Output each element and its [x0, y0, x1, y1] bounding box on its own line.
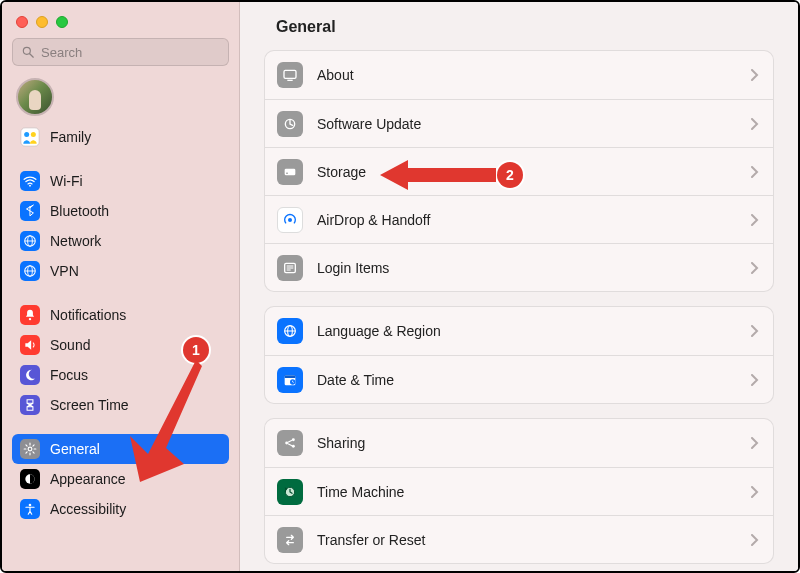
sidebar-item-label: Family	[50, 129, 91, 145]
bluetooth-icon	[20, 201, 40, 221]
sidebar-item-notifications[interactable]: Notifications	[12, 300, 229, 330]
sidebar-item-vpn[interactable]: VPN	[12, 256, 229, 286]
row-label: Sharing	[317, 435, 737, 451]
sidebar-item-label: Accessibility	[50, 501, 126, 517]
svg-point-4	[31, 132, 36, 137]
family-icon	[20, 127, 40, 147]
login-items-icon	[277, 255, 303, 281]
sidebar-item-general[interactable]: General	[12, 434, 229, 464]
svg-point-3	[24, 132, 29, 137]
row-label: Time Machine	[317, 484, 737, 500]
vpn-icon	[20, 261, 40, 281]
sidebar-item-appearance[interactable]: Appearance	[12, 464, 229, 494]
search-field[interactable]	[12, 38, 229, 66]
sidebar-item-family[interactable]: Family	[12, 122, 229, 152]
search-icon	[21, 45, 35, 59]
sidebar-item-focus[interactable]: Focus	[12, 360, 229, 390]
svg-point-0	[23, 47, 30, 54]
row-label: Transfer or Reset	[317, 532, 737, 548]
focus-icon	[20, 365, 40, 385]
sidebar-item-bluetooth[interactable]: Bluetooth	[12, 196, 229, 226]
chevron-right-icon	[751, 262, 759, 274]
sound-icon	[20, 335, 40, 355]
window-controls	[12, 12, 229, 38]
svg-point-13	[28, 447, 32, 451]
row-time-machine[interactable]: Time Machine	[265, 467, 773, 515]
chevron-right-icon	[751, 486, 759, 498]
gear-icon	[20, 439, 40, 459]
settings-group-2: Sharing Time Machine Transfer or Reset	[264, 418, 774, 564]
svg-rect-16	[284, 70, 296, 78]
chevron-right-icon	[751, 214, 759, 226]
accessibility-icon	[20, 499, 40, 519]
sidebar-item-sound[interactable]: Sound	[12, 330, 229, 360]
sidebar-item-label: Sound	[50, 337, 90, 353]
minimize-window-button[interactable]	[36, 16, 48, 28]
sidebar-item-label: Bluetooth	[50, 203, 109, 219]
chevron-right-icon	[751, 69, 759, 81]
software-update-icon	[277, 111, 303, 137]
sidebar-item-label: VPN	[50, 263, 79, 279]
sidebar-item-network[interactable]: Network	[12, 226, 229, 256]
chevron-right-icon	[751, 534, 759, 546]
sidebar: Family Wi-Fi Bluetooth Network V	[2, 2, 240, 571]
svg-point-33	[292, 438, 295, 441]
settings-group-1: Language & Region Date & Time	[264, 306, 774, 404]
transfer-reset-icon	[277, 527, 303, 553]
row-label: Storage	[317, 164, 737, 180]
row-label: Date & Time	[317, 372, 737, 388]
row-about[interactable]: About	[265, 51, 773, 99]
svg-rect-17	[287, 80, 292, 81]
main-panel: General About Software Update	[240, 2, 798, 571]
close-window-button[interactable]	[16, 16, 28, 28]
page-title: General	[276, 18, 774, 36]
screen-time-icon	[20, 395, 40, 415]
row-label: AirDrop & Handoff	[317, 212, 737, 228]
search-input[interactable]	[41, 45, 220, 60]
chevron-right-icon	[751, 118, 759, 130]
svg-rect-20	[286, 172, 288, 173]
airdrop-icon	[277, 207, 303, 233]
row-label: Software Update	[317, 116, 737, 132]
svg-point-5	[29, 185, 31, 187]
row-transfer-reset[interactable]: Transfer or Reset	[265, 515, 773, 563]
sidebar-item-label: Network	[50, 233, 101, 249]
about-icon	[277, 62, 303, 88]
svg-point-21	[288, 218, 292, 222]
sidebar-item-label: Screen Time	[50, 397, 129, 413]
row-sharing[interactable]: Sharing	[265, 419, 773, 467]
svg-line-1	[30, 54, 34, 58]
sidebar-item-accessibility[interactable]: Accessibility	[12, 494, 229, 524]
svg-point-15	[29, 504, 32, 507]
appearance-icon	[20, 469, 40, 489]
row-software-update[interactable]: Software Update	[265, 99, 773, 147]
time-machine-icon	[277, 479, 303, 505]
sidebar-item-label: General	[50, 441, 100, 457]
chevron-right-icon	[751, 437, 759, 449]
notifications-icon	[20, 305, 40, 325]
fullscreen-window-button[interactable]	[56, 16, 68, 28]
svg-point-12	[29, 318, 31, 320]
svg-rect-19	[285, 168, 296, 175]
row-label: Language & Region	[317, 323, 737, 339]
sidebar-item-label: Notifications	[50, 307, 126, 323]
network-icon	[20, 231, 40, 251]
svg-point-34	[292, 445, 295, 448]
row-airdrop-handoff[interactable]: AirDrop & Handoff	[265, 195, 773, 243]
sidebar-item-wifi[interactable]: Wi-Fi	[12, 166, 229, 196]
row-label: About	[317, 67, 737, 83]
storage-icon	[277, 159, 303, 185]
chevron-right-icon	[751, 166, 759, 178]
language-region-icon	[277, 318, 303, 344]
svg-point-32	[285, 442, 288, 445]
row-storage[interactable]: Storage	[265, 147, 773, 195]
sidebar-item-label: Wi-Fi	[50, 173, 83, 189]
chevron-right-icon	[751, 374, 759, 386]
user-avatar[interactable]	[16, 78, 54, 116]
sidebar-item-screen-time[interactable]: Screen Time	[12, 390, 229, 420]
row-language-region[interactable]: Language & Region	[265, 307, 773, 355]
row-login-items[interactable]: Login Items	[265, 243, 773, 291]
date-time-icon	[277, 367, 303, 393]
row-label: Login Items	[317, 260, 737, 276]
row-date-time[interactable]: Date & Time	[265, 355, 773, 403]
